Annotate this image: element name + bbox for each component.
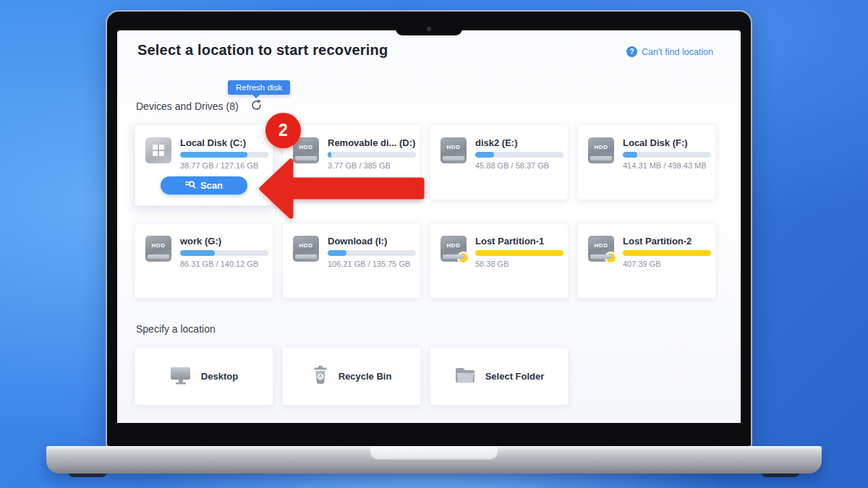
scan-icon (185, 180, 196, 192)
drive-size: 106.21 GB / 135.75 GB (328, 260, 412, 268)
refresh-disk-tooltip: Refresh disk (228, 80, 290, 95)
drive-name: Lost Partition-2 (623, 236, 707, 247)
drive-card-local-disk-f[interactable]: HDD Local Disk (F:) 414.31 MB / 498.43 M… (577, 124, 716, 200)
step-number-badge: 2 (265, 113, 301, 148)
drive-card-download-i[interactable]: HDD Download (I:) 106.21 GB / 135.75 GB (282, 223, 421, 299)
location-card-desktop[interactable]: Desktop (135, 347, 273, 406)
drive-name: disk2 (E:) (475, 137, 559, 148)
scan-button-label: Scan (200, 180, 223, 191)
recycle-bin-icon (312, 365, 329, 388)
page-title: Select a location to start recovering (137, 42, 388, 59)
drive-name: Local Disk (F:) (623, 137, 707, 148)
drive-size: 86.31 GB / 140.12 GB (180, 260, 264, 268)
hdd-icon: HDD (588, 137, 614, 163)
desktop-icon (170, 366, 192, 388)
specify-section-label: Specify a location (136, 323, 216, 335)
drive-name: Removable di... (D:) (328, 137, 412, 148)
capacity-bar (328, 250, 416, 256)
hdd-lost-icon: HDD (588, 236, 614, 262)
red-arrow-annotation (233, 157, 428, 226)
cant-find-location-link[interactable]: ? Can't find location (626, 46, 713, 57)
location-label: Desktop (201, 371, 238, 382)
hdd-lost-icon: HDD (441, 236, 467, 262)
laptop-notch (396, 12, 462, 35)
laptop-lid-notch (370, 446, 498, 460)
drive-size: 45.88 GB / 58.37 GB (475, 161, 559, 170)
capacity-bar (623, 152, 711, 158)
capacity-bar (475, 250, 563, 256)
drive-size: 414.31 MB / 498.43 MB (623, 161, 707, 170)
drive-card-disk2-e[interactable]: HDD disk2 (E:) 45.88 GB / 58.37 GB (430, 124, 569, 200)
capacity-bar (623, 250, 711, 256)
devices-section-label: Devices and Drives (8) (136, 100, 239, 112)
drive-card-work-g[interactable]: HDD work (G:) 86.31 GB / 140.12 GB (135, 223, 273, 299)
location-card-recycle-bin[interactable]: Recycle Bin (282, 347, 421, 406)
drive-name: Lost Partition-1 (475, 236, 559, 247)
hdd-icon: HDD (145, 236, 171, 262)
drive-name: Local Disk (C:) (180, 137, 264, 148)
drive-size: 407.39 GB (623, 260, 707, 268)
windows-drive-icon (145, 137, 171, 163)
laptop-base (46, 446, 822, 474)
drive-card-lost-partition-1[interactable]: HDD Lost Partition-1 58.38 GB (430, 223, 569, 299)
hdd-icon: HDD (441, 137, 467, 163)
drive-card-lost-partition-2[interactable]: HDD Lost Partition-2 407.39 GB (577, 223, 716, 299)
capacity-bar (180, 250, 268, 256)
location-card-select-folder[interactable]: Select Folder (430, 347, 569, 406)
drive-name: work (G:) (180, 236, 264, 247)
hdd-icon: HDD (293, 236, 319, 262)
folder-icon (454, 367, 476, 387)
drive-name: Download (I:) (328, 236, 412, 247)
location-label: Select Folder (485, 371, 545, 382)
capacity-bar (475, 152, 563, 158)
app-window: Select a location to start recovering ? … (117, 30, 741, 423)
help-link-label: Can't find location (642, 47, 713, 57)
drive-size: 58.38 GB (475, 260, 559, 268)
camera-dot (427, 27, 431, 31)
laptop-screen: Select a location to start recovering ? … (107, 12, 751, 446)
blue-background: Select a location to start recovering ? … (0, 0, 868, 488)
location-label: Recycle Bin (339, 371, 392, 382)
question-icon: ? (626, 46, 637, 57)
